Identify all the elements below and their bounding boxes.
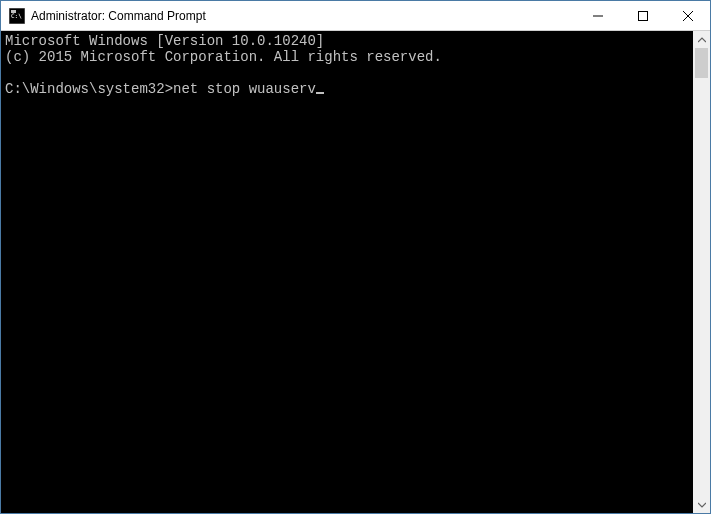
minimize-icon bbox=[593, 11, 603, 21]
chevron-down-icon bbox=[698, 501, 706, 509]
cursor bbox=[316, 92, 324, 94]
svg-text:C:\: C:\ bbox=[11, 12, 22, 19]
scroll-down-button[interactable] bbox=[693, 496, 710, 513]
close-icon bbox=[683, 11, 693, 21]
scroll-up-button[interactable] bbox=[693, 31, 710, 48]
terminal-output[interactable]: Microsoft Windows [Version 10.0.10240] (… bbox=[1, 31, 693, 513]
command-prompt-window: C:\ Administrator: Command Prompt bbox=[0, 0, 711, 514]
window-controls bbox=[575, 1, 710, 30]
scrollbar-track[interactable] bbox=[693, 48, 710, 496]
minimize-button[interactable] bbox=[575, 1, 620, 30]
maximize-button[interactable] bbox=[620, 1, 665, 30]
copyright-line: (c) 2015 Microsoft Corporation. All righ… bbox=[5, 49, 442, 65]
command-text: net stop wuauserv bbox=[173, 81, 316, 97]
prompt-text: C:\Windows\system32> bbox=[5, 81, 173, 97]
cmd-icon: C:\ bbox=[9, 8, 25, 24]
chevron-up-icon bbox=[698, 36, 706, 44]
maximize-icon bbox=[638, 11, 648, 21]
content-area: Microsoft Windows [Version 10.0.10240] (… bbox=[1, 31, 710, 513]
version-line: Microsoft Windows [Version 10.0.10240] bbox=[5, 33, 324, 49]
close-button[interactable] bbox=[665, 1, 710, 30]
vertical-scrollbar[interactable] bbox=[693, 31, 710, 513]
scrollbar-thumb[interactable] bbox=[695, 48, 708, 78]
titlebar[interactable]: C:\ Administrator: Command Prompt bbox=[1, 1, 710, 31]
svg-rect-4 bbox=[638, 11, 647, 20]
window-title: Administrator: Command Prompt bbox=[31, 9, 575, 23]
